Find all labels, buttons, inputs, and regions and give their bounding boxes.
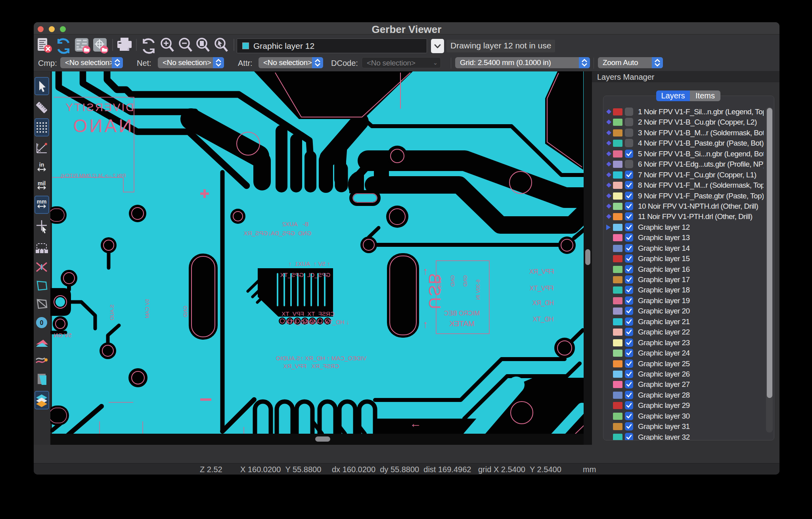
svg-text:0: 0 [40,319,44,326]
svg-text:MATEK: MATEK [449,319,475,328]
svg-text:GND: GND [450,275,456,287]
svg-text:PIN 2 --> J4 (2.0MM PITCH): PIN 2 --> J4 (2.0MM PITCH) [61,173,126,179]
svg-text:S.AUD: S.AUD [109,304,115,320]
svg-text:MICRO BEC: MICRO BEC [444,310,480,317]
svg-text:5V CAM: 5V CAM [144,299,150,318]
svg-text:↓ HD_TX ↓ VIDEO_VTX: ↓ HD_TX ↓ VIDEO_VTX [285,319,349,325]
svg-text:B- AUX2: B- AUX2 [282,221,309,227]
svg-text:USB: USB [425,273,444,309]
svg-text:GND: GND [182,306,188,317]
svg-text:FPV_RX: FPV_RX [529,268,554,275]
svg-text:FPV_TX: FPV_TX [529,285,553,292]
svg-text:r: r [37,143,39,147]
svg-text:6-30V IN: 6-30V IN [475,279,481,300]
svg-text:VIDEO_CAM ↑ HD_RX ↑S.AUDIO: VIDEO_CAM ↑ HD_RX ↑S.AUDIO [276,355,366,361]
svg-text:↑: ↑ [423,318,428,330]
svg-text:NANO: NANO [71,115,132,136]
svg-text:GPS_CL GPS_TX: GPS_CL GPS_TX [280,271,331,278]
svg-text:GND GPS_DA↓GPS_RX: GND GPS_DA↓GPS_RX [244,230,312,236]
svg-text:→: → [410,417,421,430]
svg-text:↑: ↑ [423,265,428,277]
svg-text:↑ 5V ↑ AUX1 ↑: ↑ 5V ↑ AUX1 ↑ [288,260,330,267]
svg-text:mm: mm [37,198,47,205]
svg-text:in: in [39,161,44,168]
svg-text:CRSF_TX FPV_TX: CRSF_TX FPV_TX [282,310,334,317]
svg-text:DIVERSITY: DIVERSITY [65,101,134,113]
svg-text:mil: mil [38,180,46,186]
svg-text:CRSF_RX FPV_RX: CRSF_RX FPV_RX [283,363,339,369]
svg-text:GND: GND [462,275,468,287]
svg-text:HD_RX: HD_RX [532,300,554,307]
svg-text:HD_TX: HD_TX [532,316,553,323]
svg-text:5V GN: 5V GN [54,332,71,338]
